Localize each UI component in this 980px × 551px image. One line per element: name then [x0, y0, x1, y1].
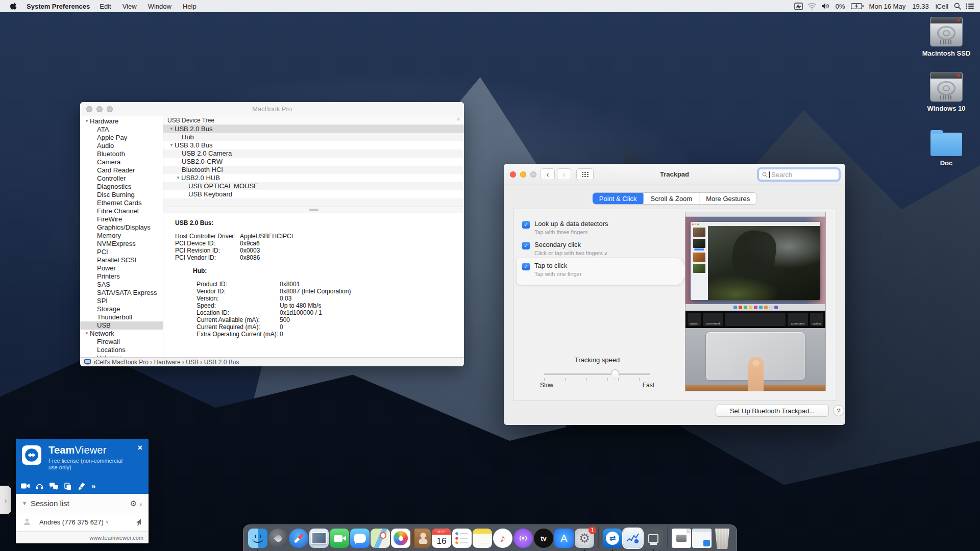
dock-item-finder[interactable] [248, 529, 267, 548]
session-row[interactable]: Andres (776 375 627) ∨ [16, 513, 149, 531]
si-title-bar[interactable]: MacBook Pro [80, 102, 464, 116]
option-sublabel[interactable]: Click or tap with two fingers ∨ [534, 250, 607, 256]
dock-item-safari[interactable] [289, 529, 308, 548]
spotlight-search-icon[interactable] [954, 3, 961, 10]
teamviewer-side-tab[interactable]: › [0, 486, 11, 514]
menu-help[interactable]: Help [177, 3, 202, 10]
dock-item-launchpad[interactable] [268, 529, 288, 548]
menu-app-name[interactable]: System Preferences [27, 3, 90, 10]
help-button[interactable]: ? [833, 405, 844, 416]
sidebar-item-nvmexpress[interactable]: NVMExpress [80, 240, 163, 248]
sidebar-item-diagnostics[interactable]: Diagnostics [80, 183, 163, 191]
tree-row-usb-optical-mouse[interactable]: USB OPTICAL MOUSE [163, 182, 464, 190]
session-list-header[interactable]: ▼ Session list ⚙ ∨ [16, 494, 149, 513]
copy-icon[interactable] [64, 483, 71, 490]
teamviewer-status-icon[interactable] [794, 3, 803, 10]
pane-splitter[interactable] [163, 207, 464, 213]
dock-item-mail[interactable] [309, 529, 329, 548]
dock-item-teamviewer[interactable]: ⇄ [603, 529, 622, 548]
menu-user[interactable]: iCell [935, 3, 949, 10]
tree-row-usb2-0-crw[interactable]: USB2.0-CRW [163, 158, 464, 166]
close-icon[interactable]: × [138, 443, 142, 453]
sidebar-item-spi[interactable]: SPI [80, 297, 163, 305]
sidebar-item-firewall[interactable]: Firewall [80, 338, 163, 346]
tree-row-bluetooth-hci[interactable]: Bluetooth HCI [163, 166, 464, 174]
tree-row-usb-3-0-bus[interactable]: ▼USB 3.0 Bus [163, 141, 464, 149]
sidebar-item-thunderbolt[interactable]: Thunderbolt [80, 313, 163, 321]
menu-edit[interactable]: Edit [94, 3, 116, 10]
battery-charging-icon[interactable] [851, 3, 864, 9]
sidebar-item-volumes[interactable]: Volumes [80, 354, 163, 357]
minimize-button[interactable] [520, 171, 526, 178]
tab-more-gestures[interactable]: More Gestures [699, 193, 756, 204]
close-button[interactable] [86, 106, 92, 112]
sidebar-item-camera[interactable]: Camera [80, 158, 163, 166]
chevron-down-icon[interactable]: ∨ [106, 519, 109, 524]
sidebar-item-fibre-channel[interactable]: Fibre Channel [80, 207, 163, 215]
dock-item-podcasts[interactable] [513, 529, 533, 548]
sidebar-item-network[interactable]: ▼Network [80, 330, 163, 338]
dock-item-notes[interactable] [473, 529, 492, 548]
sidebar-item-firewire[interactable]: FireWire [80, 215, 163, 223]
disclosure-triangle-icon[interactable]: ▼ [168, 141, 175, 149]
checkbox-secondary-click[interactable]: ✓ [522, 242, 530, 249]
sidebar-item-controller[interactable]: Controller [80, 174, 163, 183]
dock-item-trash[interactable] [713, 529, 732, 548]
cursor-icon[interactable] [134, 518, 141, 526]
forward-button[interactable]: › [557, 168, 571, 180]
tracking-speed-slider[interactable] [544, 369, 650, 381]
sidebar-item-sas[interactable]: SAS [80, 281, 163, 289]
chevron-down-icon[interactable]: ∨ [603, 251, 607, 256]
dock-item-powergadget[interactable] [623, 529, 643, 548]
dock-item-messages[interactable] [350, 529, 370, 548]
sidebar-item-pci[interactable]: PCI [80, 248, 163, 256]
video-call-icon[interactable] [21, 483, 30, 489]
disclosure-triangle-icon[interactable]: ▼ [168, 125, 175, 133]
sidebar-item-sata-sata-express[interactable]: SATA/SATA Express [80, 289, 163, 297]
search-input[interactable]: Search [758, 169, 839, 180]
sidebar-item-ata[interactable]: ATA [80, 126, 163, 134]
sidebar-item-printers[interactable]: Printers [80, 272, 163, 281]
sidebar-item-usb[interactable]: USB [80, 321, 163, 330]
back-button[interactable]: ‹ [541, 168, 555, 180]
checkbox-look-up-data-detectors[interactable]: ✓ [522, 221, 530, 229]
sort-chevron-icon[interactable]: ^ [457, 117, 460, 123]
dock-item-tv[interactable]: tv [534, 529, 553, 548]
sidebar-item-memory[interactable]: Memory [80, 232, 163, 240]
disclosure-triangle-icon[interactable]: ▼ [22, 500, 27, 506]
zoom-button[interactable] [107, 106, 113, 112]
splitter-handle-icon[interactable] [309, 209, 318, 211]
dock-item-reminders[interactable] [452, 529, 472, 548]
tab-scroll-zoom[interactable]: Scroll & Zoom [644, 193, 699, 204]
menu-time[interactable]: 19.33 [911, 3, 930, 10]
dock-item-contacts[interactable] [411, 529, 431, 548]
sidebar-item-card-reader[interactable]: Card Reader [80, 166, 163, 174]
tree-row-hub[interactable]: Hub [163, 133, 464, 141]
sidebar-item-power[interactable]: Power [80, 264, 163, 272]
menu-window[interactable]: Window [142, 3, 177, 10]
tree-row-usb2-0-hub[interactable]: ▼USB2.0 HUB [163, 174, 464, 182]
tp-title-bar[interactable]: ‹ › Trackpad Search [504, 164, 845, 185]
sidebar-item-graphics-displays[interactable]: Graphics/Displays [80, 223, 163, 232]
sidebar-item-bluetooth[interactable]: Bluetooth [80, 150, 163, 158]
wifi-icon[interactable] [807, 3, 817, 10]
disclosure-triangle-icon[interactable]: ▼ [175, 174, 181, 182]
desktop-icon-windows-10[interactable]: Windows 10 [923, 72, 970, 112]
volume-icon[interactable] [821, 3, 830, 10]
zoom-button[interactable] [530, 171, 536, 178]
checkbox-tap-to-click[interactable]: ✓ [522, 263, 530, 270]
tree-row-usb-2-0-camera[interactable]: USB 2.0 Camera [163, 149, 464, 158]
disclosure-triangle-icon[interactable]: ▼ [84, 330, 90, 338]
show-all-button[interactable] [576, 168, 594, 180]
dock-item-appstore[interactable]: A [554, 529, 574, 548]
disclosure-triangle-icon[interactable]: ▼ [84, 117, 90, 126]
menu-view[interactable]: View [117, 3, 142, 10]
dock-item-chip[interactable] [644, 529, 663, 548]
menu-date[interactable]: Mon 16 May [868, 3, 907, 10]
desktop-icon-macintosh-ssd[interactable]: Macintosh SSD [923, 17, 970, 57]
sidebar-item-disc-burning[interactable]: Disc Burning [80, 191, 163, 199]
menu-list-icon[interactable] [966, 3, 974, 9]
dock-item-maps[interactable] [371, 529, 390, 548]
teamviewer-website[interactable]: www.teamviewer.com [89, 535, 143, 541]
sidebar-item-hardware[interactable]: ▼Hardware [80, 117, 163, 126]
